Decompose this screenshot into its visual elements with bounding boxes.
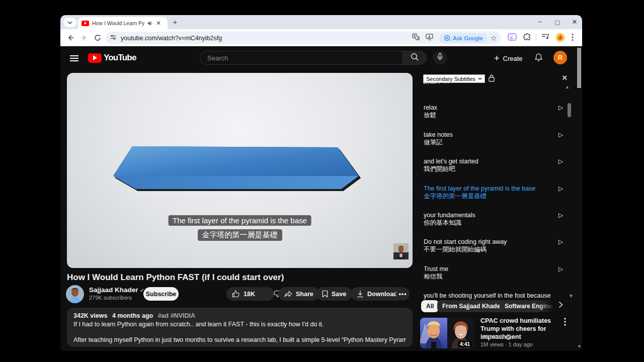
browser-window: How I Would Learn Pytho ✕ + − ▢ ✕ youtub… <box>60 15 582 351</box>
transcript-row[interactable]: Do not start coding right away 不要一開始就開始編… <box>424 238 575 253</box>
play-row-icon[interactable]: ▷ <box>558 158 563 165</box>
view-count: 342K views <box>73 312 107 319</box>
share-label: Share <box>296 291 313 298</box>
search-input[interactable]: Search <box>200 51 403 65</box>
page-scrollbar-thumb[interactable] <box>577 48 581 88</box>
transcript-scrollbar-thumb[interactable] <box>568 103 571 117</box>
scroll-down-icon[interactable]: ▼ <box>577 344 582 349</box>
extensions-icon[interactable] <box>523 33 531 44</box>
transcript-row[interactable]: your fundamentals 你的基本知識 ▷ <box>424 212 575 227</box>
subscribe-button[interactable]: Subscribe <box>143 287 179 301</box>
youtube-page: YouTube Search + Create R <box>60 46 582 351</box>
window-maximize-button[interactable]: ▢ <box>552 17 563 27</box>
download-button[interactable]: Download <box>351 287 404 301</box>
media-controls-icon[interactable] <box>541 33 550 43</box>
voice-search-button[interactable] <box>433 51 447 65</box>
extension-avatar-icon[interactable] <box>555 33 565 44</box>
pyramid-base-graphic <box>112 142 364 197</box>
play-row-icon[interactable]: ▷ <box>558 185 563 192</box>
youtube-play-icon <box>88 53 102 63</box>
chevron-down-icon[interactable]: ▼ <box>569 293 574 299</box>
more-actions-button[interactable]: ••• <box>396 287 410 301</box>
play-row-icon[interactable]: ▷ <box>558 265 563 273</box>
reload-button[interactable] <box>94 34 102 42</box>
chip-label: All <box>426 303 434 310</box>
secondary-subtitles-dropdown[interactable]: Secondary Subtitles <box>423 74 485 83</box>
guide-menu-icon[interactable] <box>70 54 78 63</box>
video-player[interactable]: The first layer of the pyramid is the ba… <box>67 73 413 268</box>
transcript-text-en: you'll be shooting yourself in the foot … <box>424 292 575 300</box>
transcript-row[interactable]: Trust me 相信我 ▷ <box>424 265 575 281</box>
dropdown-chevron-icon <box>478 77 482 80</box>
youtube-logo[interactable]: YouTube <box>88 53 136 63</box>
transcript-row[interactable]: relax 放鬆 ▷ <box>424 104 575 119</box>
transcript-text-en: Do not start coding right away <box>424 238 575 246</box>
transcript-text-en: take notes <box>424 131 575 139</box>
back-button[interactable] <box>66 34 74 42</box>
transcript-row-active[interactable]: The first layer of the pyramid is the ba… <box>424 185 575 200</box>
download-label: Download <box>367 291 397 298</box>
browser-menu-icon[interactable] <box>572 33 574 43</box>
channel-name[interactable]: Sajjaad Khader ✔ <box>89 286 144 294</box>
close-panel-icon[interactable]: ✕ <box>561 73 568 82</box>
chip-fade-overlay <box>538 300 556 312</box>
new-tab-button[interactable]: + <box>171 18 179 26</box>
caption-chinese: 金字塔的第一層是基礎 <box>198 229 282 241</box>
site-info-icon[interactable] <box>110 34 117 43</box>
window-close-button[interactable]: ✕ <box>569 17 580 27</box>
recommended-meta: 1M views · 1 day ago <box>480 341 533 347</box>
description-box[interactable]: 342K views 4 months ago #ad #NVIDIA If I… <box>67 308 413 347</box>
search-placeholder: Search <box>207 54 228 62</box>
description-line2: After teaching myself Python in just two… <box>73 336 406 343</box>
browser-tab[interactable]: How I Would Learn Pytho ✕ <box>78 17 168 29</box>
play-row-icon[interactable]: ▷ <box>558 238 563 245</box>
bookmark-star-icon[interactable]: ☆ <box>491 34 497 42</box>
notifications-bell-icon[interactable] <box>534 53 543 64</box>
search-button[interactable] <box>403 51 427 65</box>
like-dislike-group: 18K <box>226 287 274 301</box>
url-text[interactable]: youtube.com/watch?v=mC4nyib2sfg <box>121 35 409 42</box>
channel-avatar[interactable] <box>66 285 84 303</box>
tab-strip: How I Would Learn Pytho ✕ + − ▢ ✕ <box>60 15 582 29</box>
recommended-channel-name: MS NOW <box>480 334 504 340</box>
recommended-channel[interactable]: MS NOW ✔ <box>480 334 511 340</box>
tab-search-button[interactable] <box>63 18 76 27</box>
channel-name-text: Sajjaad Khader <box>89 286 138 294</box>
window-minimize-button[interactable]: − <box>534 17 545 27</box>
plus-icon: + <box>494 53 500 64</box>
chips-next-icon[interactable] <box>558 301 563 310</box>
avatar-initial: R <box>558 54 562 61</box>
transcript-row[interactable]: take notes 做筆記 ▷ <box>424 131 575 146</box>
upload-date: 4 months ago <box>112 312 153 319</box>
create-button[interactable]: + Create <box>494 53 523 64</box>
duration-badge: 4:41 <box>458 341 472 347</box>
tab-close-icon[interactable]: ✕ <box>156 20 161 27</box>
ask-google-button[interactable]: Ask Google <box>439 33 487 43</box>
play-row-icon[interactable]: ▷ <box>558 104 563 111</box>
save-button[interactable]: Save <box>316 287 352 301</box>
reading-mode-icon[interactable] <box>508 33 517 43</box>
translate-icon[interactable] <box>412 33 420 43</box>
transcript-text-zh: 做筆記 <box>424 139 575 146</box>
chip-all[interactable]: All <box>421 300 439 312</box>
install-icon[interactable] <box>426 34 433 43</box>
account-avatar[interactable]: R <box>553 51 567 64</box>
create-label: Create <box>503 55 523 62</box>
recommended-menu-icon[interactable] <box>564 318 566 328</box>
play-row-icon[interactable]: ▷ <box>558 131 563 138</box>
scroll-up-icon[interactable]: ▲ <box>565 84 570 89</box>
forward-button[interactable] <box>80 34 88 42</box>
ask-google-label: Ask Google <box>453 35 482 41</box>
presenter-webcam-overlay <box>393 243 409 259</box>
chip-from-channel[interactable]: From Sajjaad Khader <box>437 300 508 312</box>
hashtags[interactable]: #ad #NVIDIA <box>158 312 195 319</box>
transcript-row[interactable]: and let's get started 我們開始吧 ▷ <box>424 158 575 173</box>
transcript-text-en: your fundamentals <box>424 212 575 219</box>
like-button[interactable]: 18K <box>226 287 261 301</box>
caption-english: The first layer of the pyramid is the ba… <box>168 215 311 226</box>
tab-audio-icon[interactable] <box>147 21 153 26</box>
play-row-icon[interactable]: ▷ <box>558 212 563 219</box>
share-button[interactable]: Share <box>278 287 319 301</box>
address-bar[interactable]: youtube.com/watch?v=mC4nyib2sfg Ask Goog… <box>106 32 501 44</box>
description-line2-text: After teaching myself Python in just two… <box>73 336 406 343</box>
